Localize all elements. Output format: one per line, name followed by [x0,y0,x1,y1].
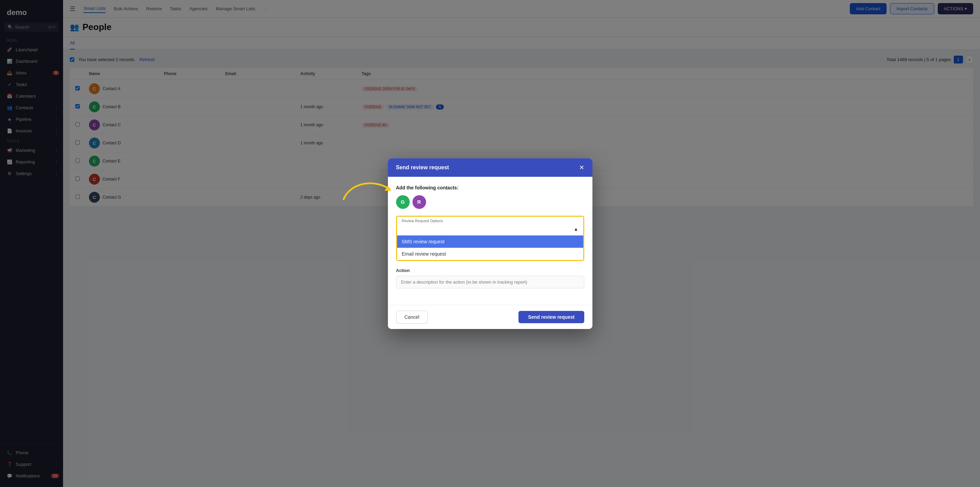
modal-close-button[interactable]: ✕ [579,164,584,171]
dropdown-selected[interactable]: ▲ [397,223,583,235]
send-review-request-button[interactable]: Send review request [519,311,584,323]
cancel-button[interactable]: Cancel [396,311,428,324]
modal-body: Add the following contacts: G R Review R… [388,177,592,305]
modal-title: Send review request [396,164,449,171]
contact-avatar-r: R [412,195,426,209]
dropdown-options: SMS review request Email review request [397,235,583,260]
modal-footer: Cancel Send review request [388,305,592,329]
action-label: Action [396,268,584,273]
modal-backdrop: Send review request ✕ Add the following … [0,0,980,487]
dropdown-option-email[interactable]: Email review request [397,248,583,260]
chevron-up-icon: ▲ [574,226,579,232]
contact-avatars: G R [396,195,584,209]
contact-avatar-g: G [396,195,410,209]
review-request-dropdown-container: Review Request Options ▲ SMS review requ… [396,216,584,261]
action-input[interactable] [396,276,584,288]
add-contacts-label: Add the following contacts: [396,185,584,190]
action-section: Action [396,268,584,288]
modal-header: Send review request ✕ [388,158,592,177]
arrow-annotation [340,176,395,204]
dropdown-option-sms[interactable]: SMS review request [397,235,583,248]
dropdown-section-label: Review Request Options [397,217,583,223]
send-review-request-modal: Send review request ✕ Add the following … [388,158,592,329]
